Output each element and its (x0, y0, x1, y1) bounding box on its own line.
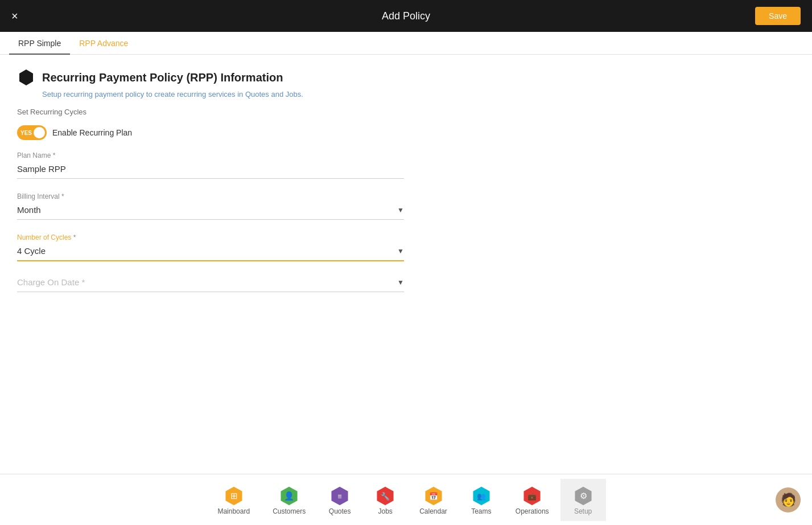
close-button[interactable]: × (11, 10, 18, 22)
charge-on-date-arrow: ▼ (397, 278, 404, 286)
enable-recurring-toggle[interactable]: YES (17, 125, 47, 140)
number-of-cycles-select[interactable]: 4 Cycle ▼ (17, 244, 404, 261)
nav-label-jobs: Jobs (378, 507, 392, 515)
nav-item-jobs[interactable]: 🔧 Jobs (362, 479, 408, 521)
billing-interval-select[interactable]: Month ▼ (17, 203, 404, 220)
plan-name-label: Plan Name (17, 151, 404, 159)
svg-text:📅: 📅 (429, 492, 438, 501)
nav-label-quotes: Quotes (329, 507, 351, 515)
svg-text:👥: 👥 (477, 492, 486, 501)
section-title: Recurring Payment Policy (RPP) Informati… (42, 71, 283, 84)
customers-icon: 👤 (278, 485, 300, 507)
setup-icon: ⚙ (572, 485, 595, 507)
number-of-cycles-field: Number of Cycles 4 Cycle ▼ (17, 233, 404, 261)
toggle-background: YES (17, 125, 47, 140)
page-title: Add Policy (382, 10, 430, 22)
calendar-icon: 📅 (422, 485, 445, 507)
enable-recurring-row: YES Enable Recurring Plan (17, 125, 795, 140)
billing-interval-field: Billing Interval Month ▼ (17, 192, 404, 220)
svg-marker-0 (19, 69, 33, 85)
tab-rpp-advance[interactable]: RPP Advance (70, 32, 137, 55)
billing-interval-label: Billing Interval (17, 192, 404, 200)
toggle-knob (34, 127, 45, 138)
svg-text:⚙: ⚙ (579, 491, 587, 501)
operations-icon: 💼 (521, 485, 543, 507)
charge-on-date-field: Charge On Date * ▼ (17, 275, 404, 292)
jobs-icon: 🔧 (374, 485, 397, 507)
nav-label-setup: Setup (574, 507, 592, 515)
main-content: Recurring Payment Policy (RPP) Informati… (0, 55, 812, 471)
svg-text:⊞: ⊞ (230, 491, 237, 501)
section-header: Recurring Payment Policy (RPP) Informati… (17, 68, 795, 87)
avatar-image: 🧑 (781, 493, 796, 507)
nav-item-calendar[interactable]: 📅 Calendar (408, 479, 459, 521)
number-of-cycles-label: Number of Cycles (17, 233, 404, 241)
svg-text:💼: 💼 (527, 492, 537, 501)
svg-text:🔧: 🔧 (381, 492, 390, 501)
billing-interval-arrow: ▼ (397, 206, 404, 214)
nav-items: ⊞ Mainboard 👤 Customers ≡ Quotes 🔧 (206, 479, 605, 521)
set-recurring-label: Set Recurring Cycles (17, 108, 795, 116)
teams-icon: 👥 (470, 485, 493, 507)
plan-name-field: Plan Name Sample RPP (17, 151, 404, 179)
svg-text:👤: 👤 (284, 491, 295, 501)
nav-label-mainboard: Mainboard (217, 507, 250, 515)
toggle-label: Enable Recurring Plan (52, 128, 132, 137)
nav-item-operations[interactable]: 💼 Operations (504, 479, 560, 521)
nav-item-customers[interactable]: 👤 Customers (261, 479, 317, 521)
rpp-icon (17, 68, 35, 87)
nav-label-operations: Operations (516, 507, 549, 515)
mainboard-icon: ⊞ (222, 485, 245, 507)
plan-name-input[interactable]: Sample RPP (17, 162, 404, 179)
bottom-navigation: ⊞ Mainboard 👤 Customers ≡ Quotes 🔧 (0, 474, 812, 525)
nav-label-calendar: Calendar (419, 507, 447, 515)
section-subtitle: Setup recurring payment policy to create… (42, 90, 795, 99)
toggle-yes-label: YES (20, 130, 32, 136)
app-header: × Add Policy Save (0, 0, 812, 32)
svg-text:≡: ≡ (337, 492, 341, 501)
tab-rpp-simple[interactable]: RPP Simple (9, 32, 70, 55)
charge-on-date-select[interactable]: Charge On Date * ▼ (17, 275, 404, 292)
nav-label-teams: Teams (471, 507, 491, 515)
save-button[interactable]: Save (755, 7, 801, 25)
nav-item-setup[interactable]: ⚙ Setup (560, 479, 606, 521)
nav-label-customers: Customers (273, 507, 306, 515)
tab-bar: RPP Simple RPP Advance (0, 32, 812, 55)
user-avatar[interactable]: 🧑 (776, 487, 801, 512)
nav-item-quotes[interactable]: ≡ Quotes (317, 479, 362, 521)
nav-item-teams[interactable]: 👥 Teams (459, 479, 504, 521)
quotes-icon: ≡ (328, 485, 351, 507)
number-of-cycles-arrow: ▼ (397, 247, 404, 255)
nav-item-mainboard[interactable]: ⊞ Mainboard (206, 479, 261, 521)
